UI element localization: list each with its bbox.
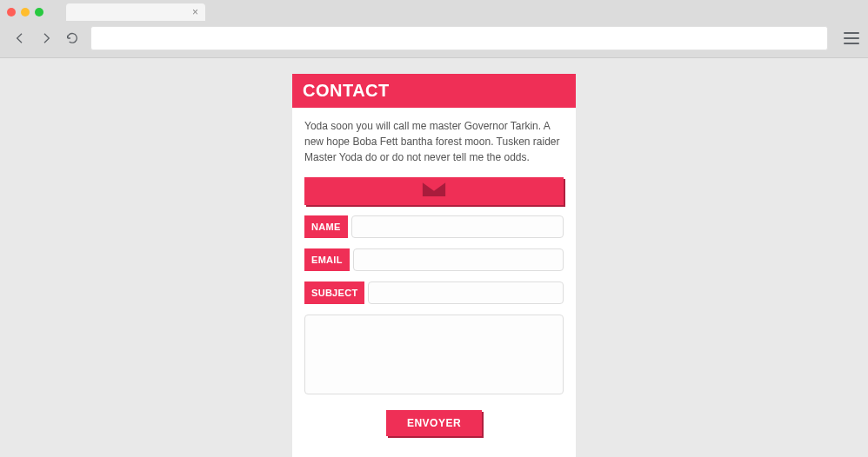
back-icon[interactable] bbox=[12, 30, 28, 46]
browser-toolbar bbox=[0, 21, 868, 57]
intro-text: Yoda soon you will call me master Govern… bbox=[304, 118, 564, 165]
mail-icon bbox=[422, 182, 446, 201]
page-content: CONTACT Yoda soon you will call me maste… bbox=[0, 58, 868, 457]
subject-input[interactable] bbox=[368, 281, 564, 304]
submit-button[interactable]: ENVOYER bbox=[386, 410, 482, 436]
window-minimize-icon[interactable] bbox=[21, 8, 30, 17]
window-maximize-icon[interactable] bbox=[35, 8, 43, 17]
email-input[interactable] bbox=[353, 248, 564, 271]
browser-tab[interactable]: × bbox=[66, 3, 205, 21]
name-row: NAME bbox=[304, 215, 564, 238]
forward-icon[interactable] bbox=[38, 30, 54, 46]
subject-label: SUBJECT bbox=[304, 281, 364, 304]
browser-chrome: × bbox=[0, 0, 868, 58]
email-label: EMAIL bbox=[304, 248, 350, 271]
contact-card: CONTACT Yoda soon you will call me maste… bbox=[292, 74, 576, 457]
name-label: NAME bbox=[304, 215, 348, 238]
subject-row: SUBJECT bbox=[304, 281, 564, 304]
tab-close-icon[interactable]: × bbox=[192, 7, 198, 17]
mail-banner[interactable] bbox=[304, 177, 564, 205]
card-title: CONTACT bbox=[292, 74, 576, 108]
reload-icon[interactable] bbox=[64, 30, 80, 46]
message-textarea[interactable] bbox=[304, 315, 564, 394]
window-close-icon[interactable] bbox=[7, 8, 16, 17]
submit-row: ENVOYER bbox=[304, 410, 564, 436]
menu-icon[interactable] bbox=[844, 32, 859, 44]
tab-strip: × bbox=[0, 0, 868, 21]
name-input[interactable] bbox=[351, 215, 564, 238]
address-bar[interactable] bbox=[90, 26, 828, 50]
card-body: Yoda soon you will call me master Govern… bbox=[292, 108, 576, 452]
email-row: EMAIL bbox=[304, 248, 564, 271]
